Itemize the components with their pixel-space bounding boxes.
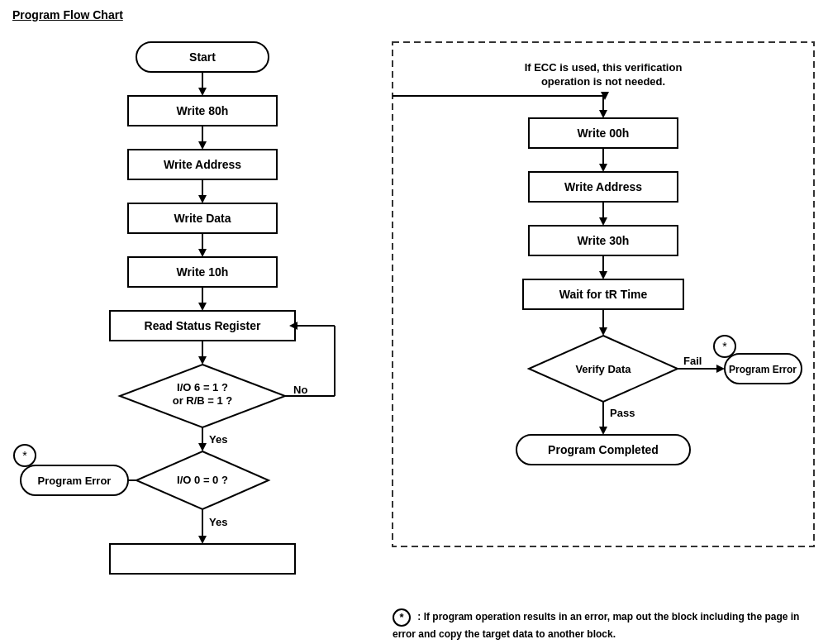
write00h-label: Write 00h (578, 126, 630, 140)
svg-marker-17 (198, 356, 207, 365)
program-completed-label: Program Completed (548, 443, 659, 456)
page-title: Program Flow Chart (12, 8, 816, 21)
write-address-right-label: Write Address (564, 180, 642, 193)
io0-diamond-label: I/O 0 = 0 ? (177, 474, 228, 486)
io6-diamond-line2: or R/B = 1 ? (173, 394, 233, 407)
footnote: * : If program operation results in an e… (393, 608, 814, 642)
wait-tr-label: Wait for tR Time (559, 288, 648, 301)
footnote-text: : If program operation results in an err… (393, 611, 799, 640)
io6-no-label: No (293, 384, 307, 396)
svg-marker-5 (198, 141, 207, 150)
io0-yes-label: Yes (209, 516, 227, 528)
write-address-left-label: Write Address (164, 158, 241, 171)
flowchart-wrapper: Start Write 80h Write Address Write Data (12, 34, 828, 644)
svg-marker-2 (198, 88, 207, 96)
svg-marker-8 (198, 195, 207, 203)
page-container: Program Flow Chart Start Write 80h Write… (0, 0, 828, 644)
svg-marker-24 (198, 443, 207, 451)
write30h-label: Write 30h (578, 234, 630, 247)
star-right: * (722, 340, 727, 353)
footnote-star: * (393, 608, 411, 627)
verify-data-label: Verify Data (575, 363, 631, 375)
ecc-note-line2: operation is not needed. (541, 75, 665, 88)
program-error-left-label: Program Error (38, 475, 112, 487)
svg-marker-11 (198, 249, 207, 257)
program-error-right-label: Program Error (729, 364, 797, 375)
write-data-label: Write Data (174, 212, 231, 225)
start-label: Start (189, 50, 216, 64)
fail-label: Fail (683, 355, 702, 367)
svg-marker-31 (198, 536, 207, 544)
svg-rect-32 (110, 544, 295, 574)
svg-marker-14 (198, 303, 207, 311)
read-status-label: Read Status Register (145, 319, 261, 332)
pass-label: Pass (610, 407, 635, 419)
write10h-label: Write 10h (177, 265, 229, 279)
flowchart-svg: Start Write 80h Write Address Write Data (12, 34, 822, 644)
star-left: * (22, 449, 27, 462)
write80h-label: Write 80h (177, 104, 229, 117)
io6-yes-label: Yes (209, 433, 227, 446)
io6-diamond-line1: I/O 6 = 1 ? (177, 381, 228, 394)
ecc-note-line1: If ECC is used, this verification (525, 61, 683, 74)
